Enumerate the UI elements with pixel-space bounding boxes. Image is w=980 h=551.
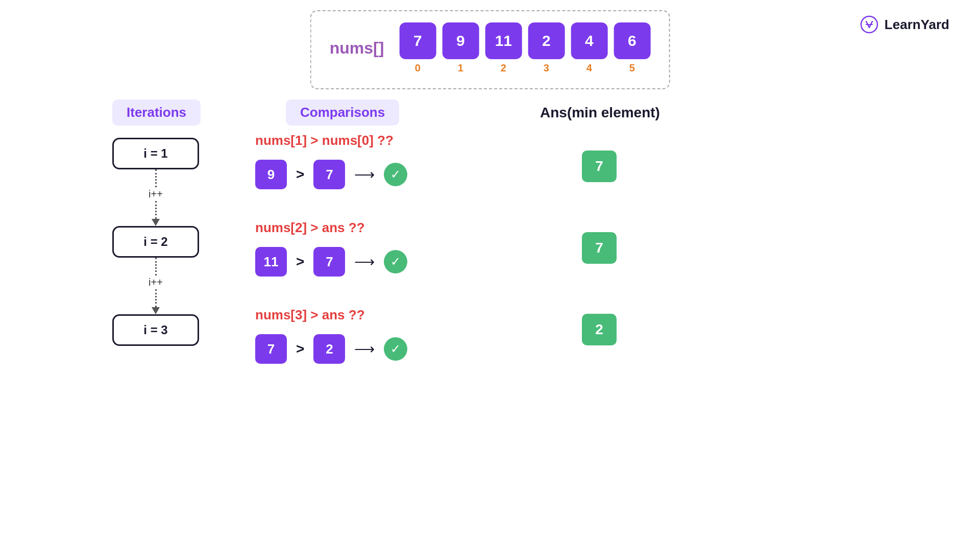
iter-arrow-2	[152, 307, 160, 314]
logo: LearnYard	[859, 14, 949, 35]
iter-arrow-1	[152, 219, 160, 226]
cmp-check-1: ✓	[384, 250, 407, 273]
iter-box-3: i = 3	[112, 314, 199, 346]
comparison-group-0: nums[1] > nums[0] ?? 9 > 7 ⟶ ✓	[255, 133, 407, 189]
array-item-4: 4 4	[571, 22, 607, 74]
iter-dotted-2	[155, 258, 157, 276]
array-item-0: 7 0	[399, 22, 436, 74]
array-cell-3: 2	[528, 22, 565, 59]
comparison-row-2: 7 > 2 ⟶ ✓	[255, 334, 407, 364]
array-item-2: 11 2	[485, 22, 522, 74]
iter-connector-2: i++	[149, 258, 163, 314]
comparison-question-1: nums[2] > ans ??	[255, 220, 407, 236]
iter-box-2: i = 2	[112, 226, 199, 258]
cmp-left-1: 11	[255, 247, 287, 277]
cmp-arrow-1: ⟶	[354, 254, 375, 270]
logo-text: LearnYard	[885, 17, 949, 33]
iter-label-ipp-2: i++	[149, 277, 163, 288]
array-item-1: 9 1	[442, 22, 479, 74]
cmp-right-1: 7	[313, 247, 345, 277]
array-cell-1: 9	[442, 22, 479, 59]
iter-dotted-2b	[155, 289, 157, 307]
cmp-operator-0: >	[296, 166, 304, 183]
ans-cell-2: 2	[582, 314, 617, 345]
cmp-operator-2: >	[296, 341, 304, 357]
iter-dotted-1	[155, 169, 157, 187]
label-ans: Ans(min element)	[526, 99, 674, 126]
ans-group-2: 2	[582, 314, 617, 345]
cmp-arrow-2: ⟶	[354, 341, 375, 358]
comparison-question-2: nums[3] > ans ??	[255, 307, 407, 323]
array-index-1: 1	[458, 62, 463, 74]
cmp-left-0: 9	[255, 160, 287, 189]
cmp-right-2: 2	[313, 334, 345, 364]
array-item-3: 2 3	[528, 22, 565, 74]
array-index-0: 0	[415, 62, 421, 74]
cmp-check-0: ✓	[384, 163, 407, 186]
array-cell-0: 7	[399, 22, 436, 59]
cmp-left-2: 7	[255, 334, 287, 364]
array-index-4: 4	[586, 62, 592, 74]
cmp-arrow-0: ⟶	[354, 166, 375, 183]
ans-group-0: 7	[582, 151, 617, 182]
comparison-group-1: nums[2] > ans ?? 11 > 7 ⟶ ✓	[255, 220, 407, 277]
array-items: 7 0 9 1 11 2 2 3 4 4 6 5	[399, 22, 650, 74]
ans-cell-0: 7	[582, 151, 617, 182]
comparison-question-0: nums[1] > nums[0] ??	[255, 133, 407, 148]
cmp-right-0: 7	[313, 160, 345, 189]
array-cell-2: 11	[485, 22, 522, 59]
iter-label-ipp-1: i++	[149, 188, 163, 200]
comparison-row-1: 11 > 7 ⟶ ✓	[255, 247, 407, 277]
iter-connector-1: i++	[149, 169, 163, 226]
array-cell-4: 4	[571, 22, 607, 59]
cmp-operator-1: >	[296, 254, 304, 270]
iter-box-1: i = 1	[112, 138, 199, 169]
label-comparisons: Comparisons	[286, 99, 399, 126]
comparison-row-0: 9 > 7 ⟶ ✓	[255, 160, 407, 189]
ans-group-1: 7	[582, 232, 617, 264]
array-item-5: 6 5	[614, 22, 650, 74]
comparisons-section: nums[1] > nums[0] ?? 9 > 7 ⟶ ✓ nums[2] >…	[255, 133, 407, 394]
label-iterations: Iterations	[112, 99, 201, 126]
array-index-2: 2	[501, 62, 506, 74]
array-index-5: 5	[629, 62, 635, 74]
iter-dotted-1b	[155, 201, 157, 219]
comparison-group-2: nums[3] > ans ?? 7 > 2 ⟶ ✓	[255, 307, 407, 364]
iterations-flow: i = 1 i++ i = 2 i++ i = 3	[112, 138, 199, 346]
ans-section: 7 7 2	[582, 151, 617, 395]
array-index-3: 3	[544, 62, 549, 74]
ans-cell-1: 7	[582, 232, 617, 264]
array-label: nums[]	[330, 39, 384, 58]
learnyard-logo-icon	[859, 14, 879, 35]
cmp-check-2: ✓	[384, 337, 407, 361]
array-container: nums[] 7 0 9 1 11 2 2 3 4 4 6 5	[310, 10, 670, 89]
array-cell-5: 6	[614, 22, 650, 59]
